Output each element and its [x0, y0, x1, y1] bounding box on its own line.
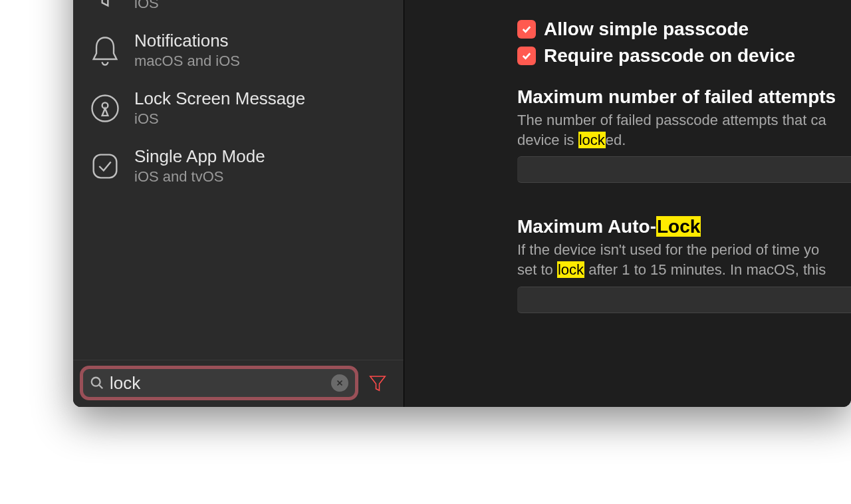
allow-simple-passcode-row[interactable]: Allow simple passcode	[517, 19, 851, 40]
checkbox-checked-icon[interactable]	[517, 20, 536, 39]
field-title: Maximum number of failed attempts	[517, 86, 851, 108]
checkbox-checked-icon[interactable]	[517, 47, 536, 65]
max-auto-lock-input[interactable]	[517, 287, 851, 313]
svg-point-4	[92, 378, 100, 386]
sidebar-list: ? macOS, iOS, and tvOS Web Content Filte…	[73, 0, 404, 360]
max-auto-lock-group: Maximum Auto-Lock If the device isn't us…	[517, 216, 851, 313]
funnel-icon	[88, 0, 122, 10]
settings-block: Allow simple passcode Require passcode o…	[432, 19, 851, 313]
field-title: Maximum Auto-Lock	[517, 216, 851, 237]
field-description: The number of failed passcode attempts t…	[517, 110, 851, 150]
sidebar-item-label: Lock Screen Message	[134, 88, 305, 109]
filter-button[interactable]	[368, 372, 388, 394]
sidebar-item-sublabel: macOS and iOS	[134, 53, 240, 70]
sidebar: ? macOS, iOS, and tvOS Web Content Filte…	[73, 0, 404, 407]
field-description: If the device isn't used for the period …	[517, 240, 851, 279]
search-input[interactable]	[110, 373, 326, 394]
close-icon	[335, 378, 344, 388]
sidebar-toolbar	[73, 360, 404, 407]
main-content: Passcode Allow simple passcode Require p…	[404, 0, 851, 407]
svg-rect-3	[94, 154, 117, 178]
search-icon	[90, 376, 104, 390]
max-failed-attempts-input[interactable]	[517, 156, 851, 183]
sidebar-item-sublabel: iOS	[134, 0, 278, 12]
require-passcode-row[interactable]: Require passcode on device	[517, 45, 851, 66]
checkbox-icon	[88, 149, 122, 184]
sidebar-item-web-content-filter[interactable]: Web Content Filter iOS	[73, 0, 404, 21]
checkbox-label: Allow simple passcode	[544, 19, 749, 40]
sidebar-item-notifications[interactable]: Notifications macOS and iOS	[73, 21, 404, 79]
sidebar-item-single-app-mode[interactable]: Single App Mode iOS and tvOS	[73, 137, 404, 195]
sidebar-item-label: Single App Mode	[134, 146, 265, 167]
search-highlight: Lock	[656, 216, 701, 237]
clear-search-button[interactable]	[331, 374, 348, 392]
keyhole-icon	[88, 91, 122, 126]
max-failed-attempts-group: Maximum number of failed attempts The nu…	[517, 86, 851, 183]
sidebar-item-label: Notifications	[134, 31, 240, 51]
checkbox-label: Require passcode on device	[544, 45, 795, 66]
preferences-window: ? macOS, iOS, and tvOS Web Content Filte…	[73, 0, 851, 407]
search-highlight: lock	[557, 261, 584, 278]
sidebar-item-sublabel: iOS and tvOS	[134, 168, 265, 186]
bell-icon	[88, 33, 122, 68]
search-field[interactable]	[80, 366, 358, 400]
sidebar-item-lock-screen-message[interactable]: Lock Screen Message iOS	[73, 79, 404, 137]
search-highlight: lock	[578, 132, 606, 148]
sidebar-item-sublabel: iOS	[134, 110, 305, 128]
funnel-icon	[368, 373, 388, 393]
